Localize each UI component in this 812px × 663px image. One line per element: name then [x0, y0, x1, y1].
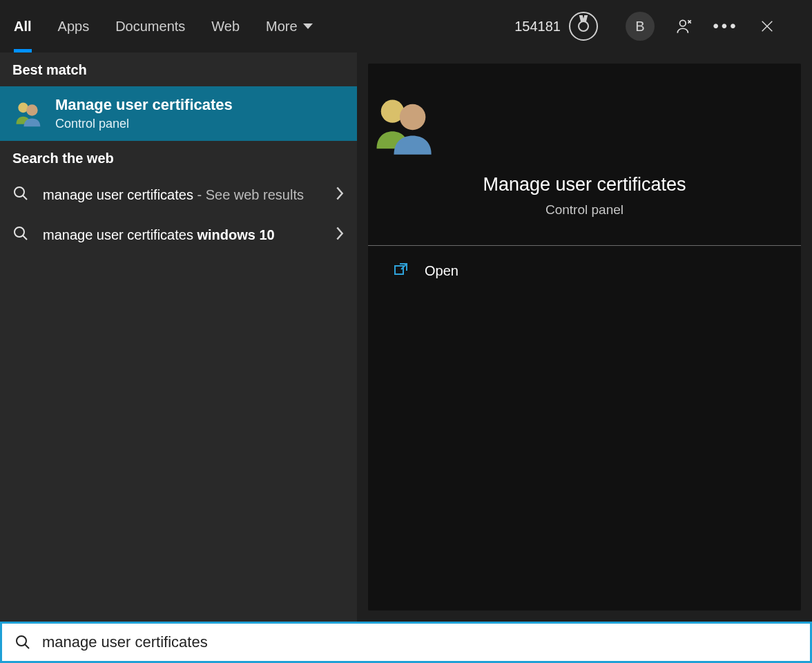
tab-more[interactable]: More: [266, 0, 313, 52]
medal-icon: [569, 12, 598, 41]
tab-documents[interactable]: Documents: [115, 0, 185, 52]
svg-point-3: [14, 187, 24, 197]
svg-point-4: [14, 227, 24, 237]
results-panel: Best match Manage user certificates Cont…: [0, 52, 357, 622]
users-icon-large: [368, 91, 801, 160]
tab-all[interactable]: All: [14, 0, 32, 52]
web-results-header: Search the web: [0, 141, 357, 175]
open-icon: [393, 261, 409, 281]
web-result-1[interactable]: manage user certificates windows 10: [0, 215, 357, 255]
main-area: Best match Manage user certificates Cont…: [0, 52, 812, 622]
svg-point-8: [17, 636, 26, 646]
detail-panel: Manage user certificates Control panel O…: [368, 64, 801, 611]
search-icon: [12, 185, 29, 204]
tab-more-label: More: [266, 19, 298, 35]
rewards-points-value: 154181: [514, 19, 561, 35]
detail-title: Manage user certificates: [368, 174, 801, 195]
tab-web[interactable]: Web: [211, 0, 240, 52]
svg-point-2: [26, 104, 38, 116]
best-match-result[interactable]: Manage user certificates Control panel: [0, 86, 357, 141]
web-result-text: manage user certificates - See web resul…: [43, 184, 321, 205]
search-icon: [14, 634, 31, 651]
rewards-points[interactable]: 154181: [514, 12, 598, 41]
users-icon: [12, 99, 43, 129]
svg-rect-7: [395, 266, 403, 274]
close-icon[interactable]: [757, 16, 777, 37]
search-input[interactable]: [42, 633, 798, 651]
search-icon: [12, 225, 29, 244]
people-icon[interactable]: [674, 16, 695, 37]
topbar: All Apps Documents Web More 154181 B •••: [0, 0, 812, 52]
svg-point-0: [680, 20, 686, 26]
chevron-right-icon: [335, 186, 345, 204]
web-result-0[interactable]: manage user certificates - See web resul…: [0, 175, 357, 215]
best-match-header: Best match: [0, 52, 357, 86]
more-options-icon[interactable]: •••: [715, 16, 736, 37]
best-match-subtitle: Control panel: [55, 117, 233, 131]
detail-subtitle: Control panel: [368, 202, 801, 218]
profile-initial: B: [635, 19, 644, 35]
chevron-right-icon: [335, 226, 345, 244]
tab-apps[interactable]: Apps: [58, 0, 90, 52]
best-match-title: Manage user certificates: [55, 96, 233, 114]
action-open[interactable]: Open: [368, 246, 801, 296]
search-bar[interactable]: [0, 622, 812, 663]
action-open-label: Open: [425, 263, 458, 279]
chevron-down-icon: [303, 23, 313, 29]
detail-panel-wrapper: Manage user certificates Control panel O…: [357, 52, 812, 622]
web-result-text: manage user certificates windows 10: [43, 224, 321, 245]
profile-avatar[interactable]: B: [626, 12, 655, 41]
search-scope-tabs: All Apps Documents Web More: [14, 0, 313, 52]
svg-point-6: [400, 104, 426, 131]
